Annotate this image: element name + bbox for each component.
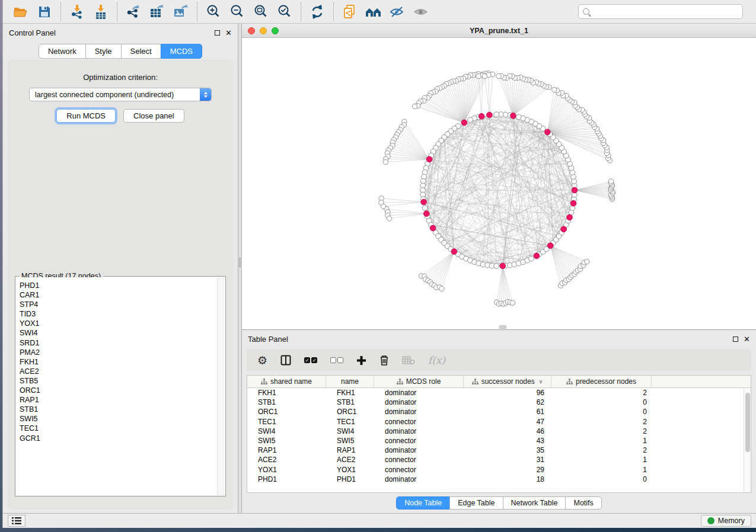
cell-successor-nodes[interactable]: 47 [464,418,551,426]
mcds-result-item[interactable]: SWI5 [16,414,217,424]
optimization-criterion-select[interactable]: largest connected component (undirected) [29,88,212,101]
table-vscroll[interactable] [744,388,751,492]
cell-MCDS-role[interactable]: connector [374,437,464,445]
cell-predecessor-nodes[interactable]: 0 [551,398,652,406]
close-panel-button[interactable]: Close panel [123,109,184,123]
mcds-hub-node[interactable] [500,263,506,269]
cell-MCDS-role[interactable]: connector [374,418,464,426]
cell-name[interactable]: PHD1 [326,475,374,483]
satellite-node[interactable] [412,104,417,108]
ring-node[interactable] [468,117,473,123]
tab-network[interactable]: Network [39,44,86,59]
cell-successor-nodes[interactable]: 43 [464,437,551,445]
export-image-icon[interactable] [169,2,193,21]
table-row-SWI4[interactable]: SWI4SWI4dominator462 [247,427,751,436]
mcds-result-item[interactable]: SWI4 [16,328,217,338]
import-table-icon[interactable] [89,2,113,21]
tab-select[interactable]: Select [121,44,161,59]
memory-button[interactable]: Memory [701,515,751,527]
cell-name[interactable]: TEC1 [326,418,374,426]
cell-shared-name[interactable]: SWI5 [247,437,326,445]
cell-successor-nodes[interactable]: 62 [464,398,551,406]
ring-node[interactable] [529,256,534,261]
float-panel-icon[interactable] [215,30,220,36]
satellite-node[interactable] [476,73,481,78]
satellite-node[interactable] [482,73,487,78]
cell-name[interactable]: YOX1 [326,466,374,474]
mcds-hub-node[interactable] [426,156,432,162]
ring-node[interactable] [422,206,428,211]
mcds-result-item[interactable]: TEC1 [16,424,217,433]
ring-node[interactable] [494,112,499,117]
table-row-STB1[interactable]: STB1STB1dominator620 [247,398,751,407]
cell-predecessor-nodes[interactable]: 2 [551,389,652,397]
network-graph[interactable] [242,38,752,329]
tab-node-table[interactable]: Node Table [396,496,450,509]
tab-network-table[interactable]: Network Table [503,496,566,509]
mcds-result-item[interactable]: RAP1 [16,395,217,405]
cell-MCDS-role[interactable]: dominator [374,475,464,483]
cell-predecessor-nodes[interactable]: 1 [551,466,652,474]
deselect-all-icon[interactable] [330,357,343,363]
cell-shared-name[interactable]: SWI4 [247,427,326,435]
export-table-icon[interactable] [145,2,169,21]
import-network-icon[interactable] [65,2,89,21]
mcds-result-item[interactable]: ORC1 [16,386,217,395]
mcds-hub-node[interactable] [461,120,467,126]
cell-name[interactable]: ACE2 [326,456,374,464]
cell-predecessor-nodes[interactable]: 1 [551,437,652,445]
mcds-hub-node[interactable] [487,112,493,118]
network-window-titlebar[interactable]: YPA_prune.txt_1 [242,24,756,38]
close-table-panel-icon[interactable]: ✕ [744,335,750,343]
hide-selected-icon[interactable] [385,2,409,21]
cell-successor-nodes[interactable]: 18 [464,475,551,483]
cell-MCDS-role[interactable]: connector [374,466,464,474]
satellite-node[interactable] [381,204,385,209]
cell-MCDS-role[interactable]: dominator [374,389,464,397]
open-file-icon[interactable] [9,2,33,21]
table-row-RAP1[interactable]: RAP1RAP1dominator352 [247,446,751,455]
mcds-result-item[interactable]: STP4 [16,300,217,309]
canvas-hscroll-thumb[interactable] [499,325,506,329]
column-header-successor-nodes[interactable]: successor nodes∨ [464,376,551,387]
satellite-node[interactable] [387,216,391,221]
cell-MCDS-role[interactable]: dominator [374,446,464,454]
cell-shared-name[interactable]: PHD1 [247,475,326,483]
cell-predecessor-nodes[interactable]: 2 [551,427,652,435]
cell-shared-name[interactable]: YOX1 [247,466,326,474]
cell-MCDS-role[interactable]: dominator [374,408,464,416]
close-window-icon[interactable] [248,27,255,34]
run-mcds-button[interactable]: Run MCDS [56,109,116,123]
table-vscroll-thumb[interactable] [745,393,750,452]
column-header-predecessor-nodes[interactable]: predecessor nodes [551,376,652,387]
tab-edge-table[interactable]: Edge Table [449,496,503,509]
table-row-YOX1[interactable]: YOX1YOX1connector291 [247,465,751,475]
satellite-node[interactable] [510,300,515,305]
cell-MCDS-role[interactable]: connector [374,456,464,464]
mcds-hub-node[interactable] [534,253,540,259]
mcds-hub-node[interactable] [421,199,427,205]
mcds-result-item[interactable]: YOX1 [16,319,217,328]
mcds-result-item[interactable]: STB5 [16,376,217,386]
cell-predecessor-nodes[interactable]: 2 [551,446,652,454]
satellite-node[interactable] [608,179,613,184]
mcds-result-item[interactable]: STB1 [16,405,217,414]
network-canvas[interactable] [242,38,756,329]
search-field[interactable] [578,4,743,19]
mcds-result-item[interactable]: PHD1 [16,281,217,290]
satellite-node[interactable] [585,259,589,264]
mcds-result-item[interactable]: PMA2 [16,348,217,357]
cell-successor-nodes[interactable]: 61 [464,408,551,416]
tab-style[interactable]: Style [85,44,122,59]
mcds-hub-node[interactable] [451,249,457,255]
cell-successor-nodes[interactable]: 46 [464,427,551,435]
zoom-out-icon[interactable] [225,2,249,21]
table-row-ORC1[interactable]: ORC1ORC1dominator610 [247,407,751,416]
zoom-selected-icon[interactable] [273,2,296,21]
table-row-PHD1[interactable]: PHD1PHD1dominator180 [247,475,751,484]
column-header-MCDS-role[interactable]: MCDS role [374,376,464,387]
mcds-result-item[interactable]: FKH1 [16,357,217,367]
search-input[interactable] [592,7,738,17]
cell-shared-name[interactable]: TEC1 [247,418,326,426]
cell-shared-name[interactable]: RAP1 [247,446,326,454]
